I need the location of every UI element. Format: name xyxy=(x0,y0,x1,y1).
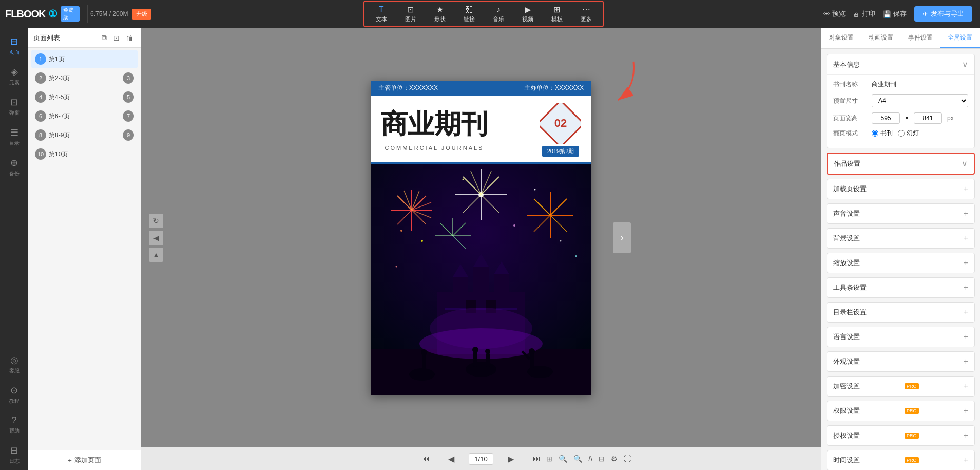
sidebar-item-log[interactable]: ⊟ 日志 xyxy=(0,440,28,470)
zoom-header[interactable]: 缩放设置 + xyxy=(827,253,974,273)
sidebar-item-help[interactable]: ? 帮助 xyxy=(0,410,28,440)
svg-point-68 xyxy=(485,349,490,354)
sidebar-item-popup[interactable]: ⊡ 弹窗 xyxy=(0,91,28,122)
sidebar-item-elements[interactable]: ◈ 元素 xyxy=(0,61,28,91)
page-badge-10: 10 xyxy=(35,148,46,160)
log-label: 日志 xyxy=(9,458,20,465)
print-btn[interactable]: 🖨 打印 xyxy=(853,9,875,18)
sidebar-item-pages[interactable]: ⊟ 页面 xyxy=(0,31,28,61)
auth-header[interactable]: 授权设置 PRO + xyxy=(827,426,974,445)
page-label-4: 第4-5页 xyxy=(49,93,120,102)
page-item-8[interactable]: 8 第8-9页 9 xyxy=(31,126,138,144)
issue-number-text: 02 xyxy=(554,117,567,129)
toolbar-music[interactable]: ♪ 音乐 xyxy=(484,4,512,25)
prev-page-btn[interactable]: ◀ xyxy=(444,453,458,465)
publish-label: 发布与导出 xyxy=(931,9,964,18)
toolbar-settings-header[interactable]: 工具条设置 + xyxy=(827,278,974,297)
toolbar-link[interactable]: ⛓ 链接 xyxy=(455,4,483,25)
page-badge-4: 4 xyxy=(35,91,46,103)
shape-icon: ★ xyxy=(436,5,444,14)
nav-up-btn[interactable]: ▲ xyxy=(149,248,163,262)
svg-point-55 xyxy=(396,266,397,267)
toolbar-more[interactable]: ⋯ 更多 xyxy=(572,3,600,25)
upgrade-button[interactable]: 升级 xyxy=(132,9,151,20)
save-btn[interactable]: 💾 保存 xyxy=(883,9,907,18)
canvas-scroll: ↻ ◀ ▲ ▼ 主管单位：XXXXXXX 主办单位：XXXXXXX 商业期刊 C… xyxy=(141,28,821,447)
auth-section: 授权设置 PRO + xyxy=(827,425,975,446)
tab-global-label: 全局设置 xyxy=(948,34,972,41)
fullscreen-btn[interactable]: ⛶ xyxy=(624,455,631,463)
toolbar-template[interactable]: ⊞ 模板 xyxy=(543,3,571,25)
encrypt-header[interactable]: 加密设置 PRO + xyxy=(827,377,974,396)
toolbar-video[interactable]: ▶ 视频 xyxy=(513,3,542,25)
tab-animation[interactable]: 动画设置 xyxy=(861,28,900,48)
sidebar-item-tutorial[interactable]: ⊙ 教程 xyxy=(0,380,28,410)
time-header[interactable]: 时间设置 PRO + xyxy=(827,450,974,470)
sep-line-1 xyxy=(87,5,88,23)
print-icon: 🖨 xyxy=(853,10,860,18)
beta-badge[interactable]: 免费版 xyxy=(61,6,80,22)
paste-page-btn[interactable]: ⊡ xyxy=(111,32,122,43)
last-page-btn[interactable]: ⏭ xyxy=(528,453,545,465)
book-name-label: 书刊名称 xyxy=(833,80,867,89)
loading-section: 加载页设置 + xyxy=(827,179,975,199)
toolbar-image[interactable]: ⊡ 图片 xyxy=(396,3,425,25)
first-page-btn[interactable]: ⏮ xyxy=(417,453,434,465)
toolbar-shape[interactable]: ★ 形状 xyxy=(426,3,454,25)
tab-object[interactable]: 对象设置 xyxy=(821,28,861,48)
delete-page-btn[interactable]: 🗑 xyxy=(124,32,136,43)
page-item-4[interactable]: 4 第4-5页 5 xyxy=(31,88,138,106)
page-item-2[interactable]: 2 第2-3页 3 xyxy=(31,69,138,87)
page-height-input[interactable]: 841 xyxy=(914,112,942,124)
page-item-6[interactable]: 6 第6-7页 7 xyxy=(31,107,138,125)
flip-book-option[interactable]: 书刊 xyxy=(872,129,893,138)
columns-btn[interactable]: ⊟ xyxy=(599,455,605,463)
sound-header[interactable]: 声音设置 + xyxy=(827,204,974,223)
toc-settings-header[interactable]: 目录栏设置 + xyxy=(827,303,974,322)
flip-book-radio[interactable] xyxy=(872,130,878,137)
next-page-arrow[interactable]: › xyxy=(613,222,631,253)
fit-btn[interactable]: /\ xyxy=(588,455,592,463)
preview-btn[interactable]: 👁 预览 xyxy=(823,9,846,18)
svg-rect-67 xyxy=(486,353,490,367)
size-select[interactable]: A4 xyxy=(872,94,968,107)
page-badge-8: 8 xyxy=(35,129,46,141)
sidebar-item-customer[interactable]: ◎ 客服 xyxy=(0,349,28,380)
next-page-btn[interactable]: ▶ xyxy=(504,453,518,465)
sidebar-item-resources[interactable]: ⊕ 备份 xyxy=(0,152,28,182)
appearance-header[interactable]: 外观设置 + xyxy=(827,352,974,371)
zoom-label: 缩放设置 xyxy=(833,258,860,268)
toolbar-text[interactable]: T 文本 xyxy=(367,4,395,25)
language-header[interactable]: 语言设置 + xyxy=(827,327,974,347)
add-page-button[interactable]: + 添加页面 xyxy=(28,450,141,470)
page-item-1[interactable]: 1 第1页 xyxy=(31,50,138,68)
basic-info-header[interactable]: 基本信息 ∨ xyxy=(827,54,974,75)
page-item-10[interactable]: 10 第10页 xyxy=(31,145,138,163)
settings-btn[interactable]: ⚙ xyxy=(611,455,618,463)
page-badge-1: 1 xyxy=(35,53,46,65)
preview-label: 预览 xyxy=(832,9,846,18)
permission-header[interactable]: 权限设置 PRO + xyxy=(827,401,974,421)
more-icon: ⋯ xyxy=(582,5,590,14)
tab-event[interactable]: 事件设置 xyxy=(901,28,940,48)
flip-slide-radio[interactable] xyxy=(898,130,905,137)
loading-header[interactable]: 加载页设置 + xyxy=(827,179,974,199)
svg-rect-5 xyxy=(473,267,489,303)
grid-btn[interactable]: ⊞ xyxy=(546,455,552,463)
background-header[interactable]: 背景设置 + xyxy=(827,229,974,248)
zoom-out-btn[interactable]: 🔍 xyxy=(559,455,567,463)
page-width-input[interactable]: 595 xyxy=(872,112,900,124)
flip-slide-option[interactable]: 幻灯 xyxy=(898,129,919,138)
zoom-in-btn[interactable]: 🔍 xyxy=(573,455,582,463)
work-settings-header[interactable]: 作品设置 ∨ xyxy=(828,154,974,174)
customer-icon: ◎ xyxy=(10,354,18,366)
publish-button[interactable]: ✈ 发布与导出 xyxy=(914,6,972,22)
resources-label: 备份 xyxy=(9,170,20,177)
tab-global[interactable]: 全局设置 xyxy=(940,28,980,48)
nav-left-btn[interactable]: ◀ xyxy=(149,231,163,245)
copy-page-btn[interactable]: ⧉ xyxy=(100,32,109,43)
right-panel-content: 基本信息 ∨ 书刊名称 商业期刊 预置尺寸 A4 页面宽高 xyxy=(821,49,980,470)
sidebar-item-toc[interactable]: ☰ 目录 xyxy=(0,122,28,152)
nav-rotate-btn[interactable]: ↻ xyxy=(149,214,163,228)
page-badge-2: 2 xyxy=(35,72,46,84)
